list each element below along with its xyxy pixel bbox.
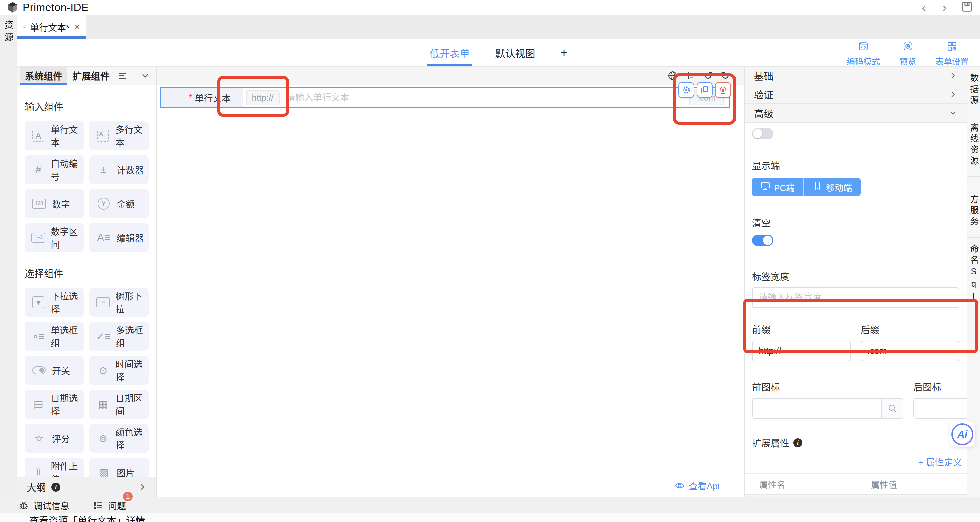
required-mark: * — [189, 93, 192, 103]
form-settings-button[interactable]: 表单设置 — [935, 41, 969, 67]
advanced-section-content: 显示端 PC端移动端 清空 标签宽度 前缀 — [745, 123, 967, 497]
view-api-link[interactable]: 查看Api — [675, 479, 720, 492]
ai-assistant-button[interactable]: Ai — [949, 421, 975, 447]
image-icon: ▨ — [96, 466, 111, 477]
component-chip-color[interactable]: ⊚颜色选择 — [89, 424, 149, 453]
chevron-right-icon — [949, 90, 957, 99]
chevron-down-icon[interactable] — [141, 67, 150, 85]
bug-icon — [19, 500, 29, 510]
component-chip-single-text[interactable]: A单行文本 — [25, 121, 84, 150]
label-width-input[interactable] — [752, 287, 959, 308]
advanced-toggle[interactable] — [752, 128, 773, 139]
display-target-label: 显示端 — [745, 159, 967, 172]
attr-column-header: 属性值 — [856, 474, 967, 494]
statusbar-bug[interactable]: 调试信息 — [19, 499, 69, 512]
eye-icon — [675, 481, 685, 491]
inspector-section-高级[interactable]: 高级 — [745, 104, 967, 123]
ai-label: Ai — [953, 425, 972, 444]
field-prefix-addon: http:// — [246, 90, 280, 105]
rail-item-三方服务[interactable]: 三方服务 — [967, 177, 980, 238]
view-tab-0[interactable]: 低开表单 — [430, 39, 470, 66]
display-target-buttons: PC端移动端 — [752, 178, 861, 196]
view-tab-1[interactable]: 默认视图 — [495, 39, 535, 66]
component-chip-rate[interactable]: ☆评分 — [25, 424, 84, 453]
component-chip-multi-text[interactable]: A多行文本 — [89, 121, 149, 150]
components-tab-0[interactable]: 系统组件 — [20, 67, 67, 85]
info-icon: i — [51, 483, 60, 492]
prefix-input[interactable] — [752, 341, 851, 361]
close-icon[interactable]: × — [75, 22, 80, 32]
nav-forward-icon[interactable]: › — [941, 1, 948, 14]
statusbar-problems[interactable]: 问题1 — [94, 499, 126, 512]
clear-toggle[interactable] — [752, 235, 773, 246]
component-chip-counter[interactable]: ±计数器 — [89, 155, 149, 184]
prefix-label: 前缀 — [752, 323, 851, 336]
add-attr-definition-link[interactable]: + 属性定义 — [745, 455, 967, 468]
selected-field-single-text[interactable]: * 单行文本 http:// .com — [160, 87, 730, 108]
components-list: 输入组件A单行文本A多行文本#自动编号±计数器123数字¥金额1~3数字区间A≡… — [18, 85, 156, 477]
rail-item-数据源[interactable]: 数据源 — [967, 67, 980, 116]
inspector-accordion-bottom: 安全样式 — [745, 494, 967, 497]
inspector-section-验证[interactable]: 验证 — [745, 85, 967, 104]
date-icon: ▤ — [31, 398, 45, 411]
component-chip-auto-number[interactable]: #自动编号 — [25, 155, 84, 184]
inspector-section-基础[interactable]: 基础 — [745, 67, 967, 85]
rail-item-离线资源[interactable]: 离线资源 — [967, 116, 980, 177]
code-mode-button[interactable]: 编码模式 — [846, 41, 880, 67]
field-delete-button[interactable] — [715, 82, 731, 98]
document-tab[interactable]: 单行文本* × — [18, 15, 86, 39]
outline-bar[interactable]: 大纲 i — [18, 477, 156, 497]
date-range-icon: ▦ — [96, 398, 110, 411]
display-pc-button[interactable]: PC端 — [752, 178, 803, 196]
sidebar-item-resources[interactable]: 资源 — [0, 15, 18, 497]
component-chip-image[interactable]: ▨图片 — [89, 458, 149, 477]
component-chip-switch[interactable]: 开关 — [25, 356, 84, 385]
front-icon-input[interactable] — [752, 399, 881, 418]
component-chip-date[interactable]: ▤日期选择 — [25, 390, 84, 419]
front-icon-label: 前图标 — [752, 380, 903, 393]
component-chip-editor[interactable]: A≡编辑器 — [89, 223, 149, 252]
preview-button[interactable]: 预览 — [899, 41, 916, 67]
form-settings-icon — [947, 41, 957, 53]
suffix-input[interactable] — [861, 341, 959, 361]
component-chip-currency[interactable]: ¥金额 — [89, 189, 149, 218]
undo-icon[interactable]: ↺ — [704, 70, 713, 81]
component-chip-date-range[interactable]: ▦日期区间 — [89, 390, 149, 419]
list-view-icon[interactable] — [119, 67, 126, 85]
select-icon: ▾ — [31, 296, 45, 308]
checkbox-group-icon: ✓≡ — [96, 330, 111, 343]
component-chip-number[interactable]: 123数字 — [25, 189, 84, 218]
component-chip-upload[interactable]: ⇧附件上传 — [25, 458, 84, 477]
redo-icon[interactable]: ↻ — [721, 70, 730, 81]
component-chip-time[interactable]: ⊙时间选择 — [89, 356, 149, 385]
component-chip-checkbox-group[interactable]: ✓≡多选框组 — [89, 322, 149, 351]
field-label: * 单行文本 — [161, 88, 243, 107]
rail-item-命名Sql[interactable]: 命名Sql — [967, 238, 980, 313]
component-chip-select[interactable]: ▾下拉选择 — [25, 288, 84, 317]
display-mobile-button[interactable]: 移动端 — [803, 178, 861, 196]
top-actions: 编码模式预览表单设置 — [846, 41, 969, 67]
search-icon[interactable] — [881, 399, 903, 418]
save-icon[interactable] — [961, 1, 973, 14]
single-text-icon: A — [31, 130, 45, 142]
inspector-section-安全[interactable]: 安全 — [745, 494, 967, 497]
preview-icon — [903, 41, 913, 53]
component-chip-radio-group[interactable]: ∘≡单选框组 — [25, 322, 84, 351]
back-icon-input[interactable] — [914, 399, 967, 418]
form-canvas[interactable]: ↺ ↻ * 单行文本 http:// .com — [157, 67, 744, 497]
layout-columns-icon[interactable] — [686, 71, 696, 81]
globe-icon[interactable] — [668, 71, 678, 81]
form-doc-icon — [23, 22, 26, 32]
add-view-button[interactable]: + — [560, 39, 567, 66]
upload-icon: ⇧ — [31, 466, 45, 477]
component-chip-tree-select[interactable]: ≣树形下拉 — [89, 288, 149, 317]
single-text-input[interactable] — [280, 93, 689, 103]
component-chip-number-range[interactable]: 1~3数字区间 — [25, 223, 84, 252]
outline-label: 大纲 — [27, 480, 46, 494]
field-copy-button[interactable] — [697, 82, 713, 98]
field-settings-button[interactable] — [678, 82, 694, 98]
auto-number-icon: # — [31, 163, 45, 176]
nav-back-icon[interactable]: ‹ — [920, 1, 927, 14]
components-tab-1[interactable]: 扩展组件 — [67, 67, 115, 85]
counter-icon: ± — [96, 163, 111, 176]
